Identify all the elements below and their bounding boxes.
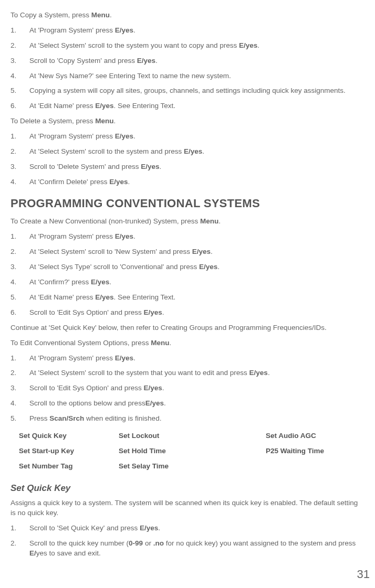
list-item: 3.Scroll to 'Delete System' and press E/… (11, 162, 364, 172)
list-item: 2.At 'Select System' scroll to the syste… (11, 41, 364, 51)
edit-steps: 1.At 'Program System' press E/yes.2.At '… (11, 354, 364, 424)
list-item: 3.Scroll to 'Edit Sys Option' and press … (11, 383, 364, 393)
list-item: 1.At 'Program System' press E/yes. (11, 26, 364, 36)
list-item: 4.At 'New Sys Name?' see Entering Text t… (11, 71, 364, 81)
edit-intro: To Edit Conventional System Options, pre… (11, 338, 364, 348)
option-item: Set Audio AGC (266, 431, 364, 441)
list-item: 4.At 'Confirm Delete' press E/yes. (11, 177, 364, 187)
quick-key-desc: Assigns a quick key to a system. The sys… (11, 498, 364, 518)
list-item: 3.Scroll to 'Copy System' and press E/ye… (11, 56, 364, 66)
delete-intro: To Delete a System, press Menu. (11, 116, 364, 126)
option-item: Set Lockout (119, 431, 266, 441)
heading-programming-conventional: PROGRAMMING CONVENTIONAL SYSTEMS (11, 196, 364, 212)
create-intro: To Create a New Conventional (non-trunke… (11, 217, 364, 227)
list-item: 1.At 'Program System' press E/yes. (11, 132, 364, 142)
list-item: 4.Scroll to the options below and pressE… (11, 399, 364, 409)
options-table: Set Quick KeySet Start-up KeySet Number … (19, 431, 364, 477)
option-item: Set Quick Key (19, 431, 119, 441)
quick-key-steps: 1.Scroll to 'Set Quick Key' and press E/… (11, 523, 364, 559)
list-item: 3.At 'Select Sys Type' scroll to 'Conven… (11, 262, 364, 272)
copy-intro: To Copy a System, press Menu. (11, 10, 364, 20)
page-number: 31 (357, 566, 370, 574)
list-item: 2.At 'Select System' scroll to the syste… (11, 147, 364, 157)
list-item: 5.At 'Edit Name' press E/yes. See Enteri… (11, 293, 364, 303)
create-steps: 1.At 'Program System' press E/yes.2.At '… (11, 232, 364, 317)
list-item: 1.Scroll to 'Set Quick Key' and press E/… (11, 523, 364, 533)
subheading-set-quick-key: Set Quick Key (11, 482, 364, 495)
option-item: Set Hold Time (119, 446, 266, 456)
continue-text: Continue at 'Set Quick Key' below, then … (11, 323, 364, 333)
list-item: 1.At 'Program System' press E/yes. (11, 232, 364, 242)
option-item: P25 Waiting Time (266, 446, 364, 456)
copy-steps: 1.At 'Program System' press E/yes.2.At '… (11, 26, 364, 111)
list-item: 1.At 'Program System' press E/yes. (11, 354, 364, 364)
option-item: Set Start-up Key (19, 446, 119, 456)
list-item: 5.Copying a system will copy all sites, … (11, 86, 364, 96)
list-item: 2.At 'Select System' scroll to 'New Syst… (11, 247, 364, 257)
option-item: Set Selay Time (119, 462, 266, 472)
list-item: 5.Press Scan/Srch when editing is finish… (11, 414, 364, 424)
delete-steps: 1.At 'Program System' press E/yes.2.At '… (11, 132, 364, 187)
option-item: Set Number Tag (19, 462, 119, 472)
list-item: 6.Scroll to 'Edit Sys Option' and press … (11, 308, 364, 318)
list-item: 2.Scroll to the quick key number (0-99 o… (11, 539, 364, 559)
list-item: 2.At 'Select System' scroll to the syste… (11, 368, 364, 378)
list-item: 4.At 'Confirm?' press E/yes. (11, 277, 364, 287)
list-item: 6.At 'Edit Name' press E/yes. See Enteri… (11, 101, 364, 111)
